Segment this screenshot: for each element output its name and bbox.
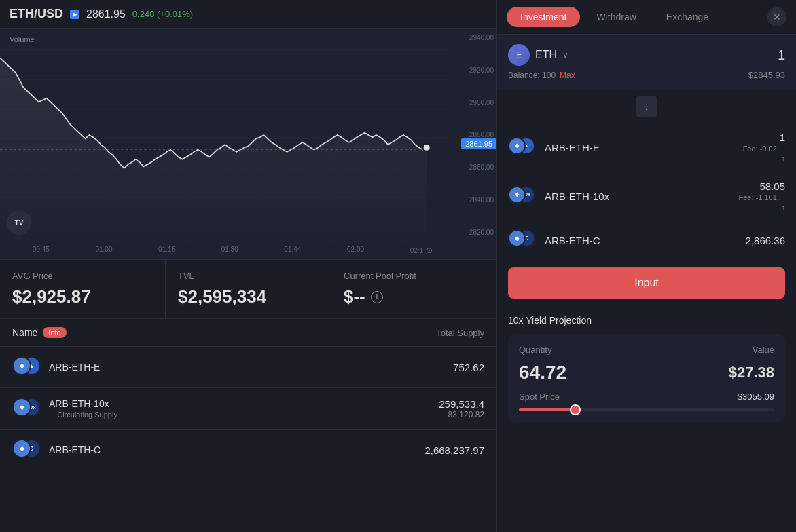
fee-arb-eth-10x: Fee: -1.161 ... [739,193,785,202]
pool-profit-label: Current Pool Profit [344,271,484,281]
y-label-7: 2820.00 [458,229,494,236]
arrow-center: ↓ [497,90,796,123]
balance-label: Balance: 100 [508,71,556,80]
token-info-arb-eth-e: ▲ ◆ ARB-ETH-E [12,356,100,378]
left-panel: ETH/USD ▶ 2861.95 0.248 (+0.01%) Volume [0,0,497,532]
slider-fill [519,408,575,411]
x-label-1: 00:45 [33,246,50,255]
x-label-4: 01:30 [221,246,238,255]
pool-token-name-arb-eth-10x: ARB-ETH-10x [545,191,609,202]
chart-pair: ETH/USD [10,7,63,21]
y-label-2: 2920.00 [458,66,494,74]
pool-profit-info-icon[interactable]: i [371,291,383,303]
current-price-badge: 2861.95 [461,138,496,149]
pool-arb-eth-10x-icon: 10x ◆ [508,186,538,208]
token-supply-arb-eth-10x: 259,533.4 83,120.82 [439,398,484,419]
yield-card: Quantity Value 64.72 $27.38 Spot Price $… [508,334,785,422]
tab-bar: Investment Withdraw Exchange ✕ [497,0,796,35]
right-panel: Investment Withdraw Exchange ✕ Ξ ETH ∨ B… [497,0,796,532]
volume-label: Volume [10,35,35,43]
circulating-supply-label: ··· Circulating Supply [49,411,117,419]
token-name-arb-eth-10x: ARB-ETH-10x [49,398,117,409]
spot-price-label: Spot Price [519,392,560,402]
x-label-5: 01:44 [284,246,301,255]
eth-usd-value: $2845.93 [748,70,785,80]
y-label-3: 2900.00 [458,99,494,107]
slider-thumb[interactable] [570,404,581,415]
y-label-5: 2860.00 [458,164,494,171]
input-button[interactable]: Input [508,267,785,299]
chart-settings-icon[interactable]: ⊙ [426,246,433,255]
table-name-label: Name Info [12,327,67,338]
tvl-card: TVL $2,595,334 [166,260,331,318]
eth-select-button[interactable]: Ξ ETH ∨ [508,44,568,66]
spot-price-row: Spot Price $3055.09 [519,392,774,402]
price-chart [0,28,496,242]
yield-quantity: 64.72 [519,362,566,383]
slider-track [519,408,774,411]
x-label-6: 02:00 [347,246,364,255]
pool-token-arb-eth-e: ▲ ◆ ARB-ETH-E 1 Fee: -0.02 ... ↑ [497,123,796,172]
pool-token-arb-eth-c-left: C ◆ ARB-ETH-C [508,229,600,251]
tab-exchange[interactable]: Exchange [653,7,722,27]
chart-price: 2861.95 [86,8,126,20]
token-name-arb-eth-e: ARB-ETH-E [49,362,100,373]
eth-amount-input[interactable] [731,48,785,63]
close-button[interactable]: ✕ [767,7,786,26]
token-row: 10x ◆ ARB-ETH-10x ··· Circulating Supply… [0,388,496,430]
pool-token-arb-eth-10x: 10x ◆ ARB-ETH-10x 58.05 Fee: -1.161 ... … [497,172,796,221]
chart-x-axis: 00:45 01:00 01:15 01:30 01:44 02:00 02:1… [0,242,496,260]
pool-arb-eth-e-icon: ▲ ◆ [508,137,538,159]
x-label-3: 01:15 [158,246,175,255]
y-label-6: 2840.00 [458,196,494,204]
tab-investment[interactable]: Investment [507,7,580,27]
chart-header: ETH/USD ▶ 2861.95 0.248 (+0.01%) [0,0,496,28]
stats-row: AVG Price $2,925.87 TVL $2,595,334 Curre… [0,260,496,319]
up-arrow-arb-eth-10x: ↑ [781,203,785,212]
token-info-arb-eth-10x: 10x ◆ ARB-ETH-10x ··· Circulating Supply [12,398,117,419]
chart-y-axis: 2940.00 2920.00 2900.00 2880.00 2860.00 … [456,28,496,242]
pool-token-amount-arb-eth-10x: 58.05 Fee: -1.161 ... ↑ [739,180,785,212]
arrow-down-button[interactable]: ↓ [634,94,659,119]
total-supply-label: Total Supply [436,328,484,338]
arb-eth-e-icon: ▲ ◆ [12,356,42,378]
chart-area: Volume [0,28,496,242]
pool-token-arb-eth-c: C ◆ ARB-ETH-C 2,866.36 [497,221,796,259]
eth-symbol: ETH [535,49,557,61]
svg-point-7 [422,144,430,151]
fee-arb-eth-e: Fee: -0.02 ... [743,145,785,153]
max-button[interactable]: Max [560,71,575,80]
avg-price-card: AVG Price $2,925.87 [0,260,166,318]
pool-token-amount-arb-eth-c: 2,866.36 [746,235,785,246]
x-label-2: 01:00 [95,246,112,255]
avg-price-value: $2,925.87 [12,286,153,307]
chevron-down-icon: ∨ [562,50,568,60]
x-label-7: 02:1 [410,247,423,254]
yield-header: Quantity Value [519,345,774,355]
pool-token-amount-arb-eth-e: 1 Fee: -0.02 ... ↑ [743,132,785,164]
yield-value-usd: $27.38 [729,364,774,381]
tvl-label: TVL [178,271,319,281]
eth-selector-row: Ξ ETH ∨ [508,44,785,66]
quantity-label: Quantity [519,345,551,355]
token-info-arb-eth-c: C ◆ ARB-ETH-C [12,439,101,461]
token-table-header: Name Info Total Supply [0,319,496,347]
eth-icon: Ξ [508,44,530,66]
spot-price-value: $3055.09 [738,392,774,402]
token-table: Name Info Total Supply ▲ ◆ ARB-ETH-E 752… [0,319,496,532]
info-badge[interactable]: Info [43,327,66,338]
tradingview-badge: TV [7,210,31,235]
pool-token-name-arb-eth-c: ARB-ETH-C [545,235,600,246]
yield-values: 64.72 $27.38 [519,362,774,383]
tvl-value: $2,595,334 [178,286,319,307]
avg-price-label: AVG Price [12,271,153,281]
pool-token-arb-eth-e-left: ▲ ◆ ARB-ETH-E [508,137,600,159]
token-row: ▲ ◆ ARB-ETH-E 752.62 [0,347,496,388]
main-layout: ETH/USD ▶ 2861.95 0.248 (+0.01%) Volume [0,0,796,532]
chart-change: 0.248 (+0.01%) [132,9,193,19]
token-row: C ◆ ARB-ETH-C 2,668,237.97 [0,430,496,470]
x-label-container: 02:1 ⊙ [410,246,433,255]
arb-eth-10x-icon: 10x ◆ [12,398,42,419]
tab-withdraw[interactable]: Withdraw [583,7,649,27]
pool-token-arb-eth-10x-left: 10x ◆ ARB-ETH-10x [508,186,609,208]
